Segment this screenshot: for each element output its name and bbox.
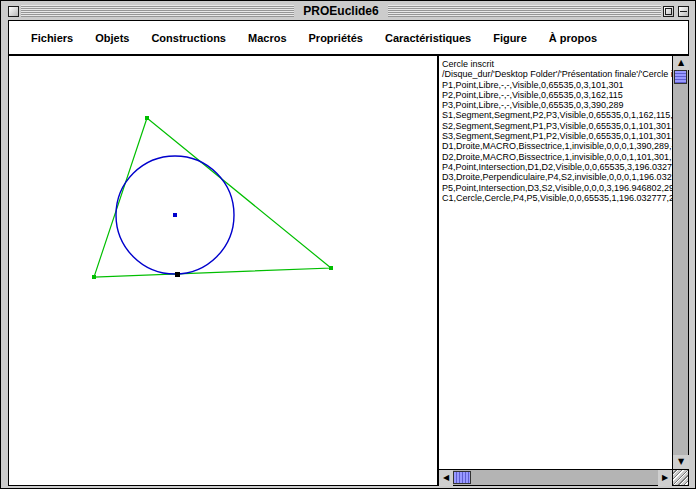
scroll-right-icon[interactable]: ▶ — [658, 470, 672, 486]
scroll-up-icon[interactable]: ▲ — [673, 56, 689, 70]
object-row-s3: S3,Segment,Segment,P1,P2,Visible,0,65535… — [442, 131, 672, 141]
drawing-canvas[interactable] — [9, 56, 437, 485]
object-list-pane: Cercle inscrit /Disque_dur/'Desktop Fold… — [439, 56, 688, 485]
object-row-c1: C1,Cercle,Cercle,P4,P5,Visible,0,0,65535… — [442, 193, 672, 203]
object-row-p3: P3,Point,Libre,-,-,Visible,0,65535,0,3,3… — [442, 100, 672, 110]
title-bar[interactable]: PROEuclide6 — [8, 3, 689, 19]
object-row-d1: D1,Droite,MACRO,Bissectrice,1,invisible,… — [442, 141, 672, 151]
menu-fichiers[interactable]: Fichiers — [31, 32, 73, 44]
menu-constructions[interactable]: Constructions — [151, 32, 226, 44]
object-row-s2: S2,Segment,Segment,P1,P3,Visible,0,65535… — [442, 121, 672, 131]
menu-proprietes[interactable]: Propriétés — [309, 32, 363, 44]
circle-center-point-P4[interactable] — [173, 213, 177, 217]
menu-objets[interactable]: Objets — [95, 32, 129, 44]
vertical-scroll-track[interactable] — [673, 84, 688, 455]
titlebar-stripes-left — [21, 5, 294, 17]
object-row-d2: D2,Droite,MACRO,Bissectrice,1,invisible,… — [442, 152, 672, 162]
resize-grip-icon[interactable] — [672, 470, 688, 485]
object-row-p1: P1,Point,Libre,-,-,Visible,0,65535,0,3,1… — [442, 80, 672, 90]
vertex-point-P2[interactable] — [145, 116, 149, 120]
scroll-left-icon[interactable]: ◀ — [439, 470, 453, 486]
content-area: Cercle inscrit /Disque_dur/'Desktop Fold… — [9, 56, 688, 485]
app-window: PROEuclide6 Fichiers Objets Construction… — [0, 0, 696, 489]
geometry-figure — [9, 56, 437, 486]
horizontal-scroll-track[interactable] — [471, 470, 658, 485]
menu-caracteristiques[interactable]: Caractéristiques — [385, 32, 471, 44]
object-row-p5: P5,Point,Intersection,D3,S2,Visible,0,0,… — [442, 183, 672, 193]
object-list-main: Cercle inscrit /Disque_dur/'Desktop Fold… — [439, 56, 688, 469]
object-row-p4: P4,Point,Intersection,D1,D2,Visible,0,0,… — [442, 162, 672, 172]
window-title: PROEuclide6 — [296, 3, 385, 19]
vertex-point-P3[interactable] — [329, 266, 333, 270]
close-box[interactable] — [8, 6, 19, 17]
vertical-scrollbar[interactable]: ▲ ▼ — [672, 56, 688, 469]
list-title: Cercle inscrit — [442, 59, 672, 69]
scroll-down-icon[interactable]: ▼ — [673, 455, 689, 469]
titlebar-stripes-right — [388, 5, 661, 17]
window-body: Fichiers Objets Constructions Macros Pro… — [8, 20, 689, 486]
file-path: /Disque_dur/'Desktop Folder'/'Présentati… — [442, 69, 672, 79]
tangent-point-P5[interactable] — [175, 272, 180, 277]
collapse-box[interactable] — [678, 6, 689, 17]
menu-figure[interactable]: Figure — [493, 32, 527, 44]
menu-bar: Fichiers Objets Constructions Macros Pro… — [9, 21, 688, 56]
object-row-p2: P2,Point,Libre,-,-,Visible,0,65535,0,3,1… — [442, 90, 672, 100]
zoom-box[interactable] — [663, 6, 674, 17]
vertex-point-P1[interactable] — [92, 275, 96, 279]
horizontal-scroll-thumb[interactable] — [453, 471, 471, 484]
object-row-s1: S1,Segment,Segment,P2,P3,Visible,0,65535… — [442, 110, 672, 120]
menu-macros[interactable]: Macros — [248, 32, 287, 44]
object-list: Cercle inscrit /Disque_dur/'Desktop Fold… — [439, 56, 672, 469]
vertical-scroll-thumb[interactable] — [674, 70, 687, 84]
menu-a-propos[interactable]: À propos — [549, 32, 597, 44]
horizontal-scrollbar[interactable]: ◀ ▶ — [439, 469, 688, 485]
object-row-d3: D3,Droite,Perpendiculaire,P4,S2,invisibl… — [442, 172, 672, 182]
